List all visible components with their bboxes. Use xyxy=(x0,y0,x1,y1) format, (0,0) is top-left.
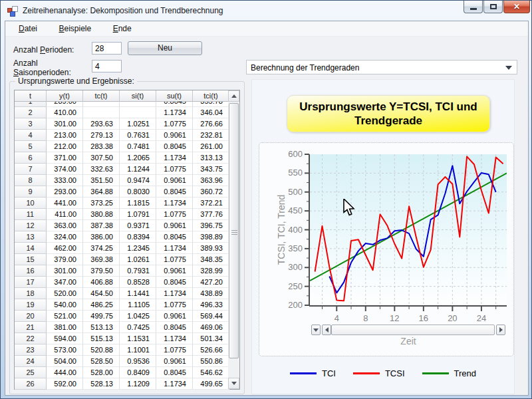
close-button[interactable]: ✕ xyxy=(503,1,530,13)
table-row[interactable]: 6371.00307.501.20651.1734313.13 xyxy=(15,152,229,164)
table-row[interactable]: 14462.00374.251.23451.1734389.93 xyxy=(15,243,229,254)
column-header[interactable]: su(t) xyxy=(156,90,193,102)
table-row[interactable]: 26592.00528.131.12091.1734499.65 xyxy=(15,378,229,390)
close-icon: ✕ xyxy=(513,2,520,11)
table-vertical-scrollbar[interactable] xyxy=(228,90,239,389)
table-row[interactable]: 15379.00369.381.02611.0775348.35 xyxy=(15,254,229,265)
table-row[interactable]: 1289.000.8045355.78 xyxy=(15,102,229,107)
column-header[interactable]: t xyxy=(15,90,47,102)
table-row[interactable]: 20521.00499.751.04250.9061569.44 xyxy=(15,311,229,322)
chart-panel-container: Ursprungswerte Y=TCSI, TCI und Trendgera… xyxy=(251,79,515,394)
neu-button[interactable]: Neu xyxy=(128,41,202,55)
row-header-cell: 23 xyxy=(15,344,47,356)
periods-input[interactable]: 28 xyxy=(92,42,122,55)
table-row[interactable]: 25444.00528.000.84090.8045546.62 xyxy=(15,367,229,378)
menu-bar: Datei Beispiele Ende xyxy=(5,21,528,37)
x-tick-label: 12 xyxy=(390,313,399,323)
row-header-cell: 3 xyxy=(15,118,47,130)
row-header-cell: 19 xyxy=(15,299,47,311)
row-header-cell: 5 xyxy=(15,141,47,152)
results-groupbox: Ursprungswerte und Ergebnisse: ty(t)tc(t… xyxy=(9,81,245,394)
table-cell: 261.00 xyxy=(193,141,229,152)
table-cell xyxy=(83,107,120,118)
table-cell: 347.00 xyxy=(47,277,83,288)
table-row[interactable]: 19540.00486.251.11051.0775496.33 xyxy=(15,299,229,311)
table-cell: 1.0775 xyxy=(156,344,193,356)
results-table[interactable]: ty(t)tc(t)si(t)su(t)tci(t) 1289.000.8045… xyxy=(14,90,240,390)
table-cell: 1.1734 xyxy=(156,152,193,164)
menu-item-beispiele[interactable]: Beispiele xyxy=(53,21,96,33)
legend-label: TCSI xyxy=(385,368,405,378)
table-row[interactable]: 8333.00351.500.94740.9061363.96 xyxy=(15,175,229,186)
column-header[interactable]: tc(t) xyxy=(83,90,120,102)
app-icon xyxy=(7,6,18,17)
trend-method-combobox[interactable]: Berechnung der Trendgeraden xyxy=(246,60,517,74)
table-cell: 0.8045 xyxy=(156,141,193,152)
column-header[interactable]: y(t) xyxy=(47,90,83,102)
table-row[interactable]: 13324.00386.000.83940.8045398.89 xyxy=(15,231,229,243)
table-row[interactable]: 7374.00332.631.12441.0775343.75 xyxy=(15,164,229,175)
table-row[interactable]: 11411.00380.881.07911.0775377.76 xyxy=(15,209,229,220)
title-bar[interactable]: Zeitreihenanalyse: Dekomposition und Tre… xyxy=(1,1,531,21)
table-cell: 363.96 xyxy=(193,175,229,186)
minimize-button[interactable] xyxy=(464,1,483,13)
table-cell: 1.1734 xyxy=(156,107,193,118)
column-header[interactable]: tci(t) xyxy=(193,90,229,102)
season-input[interactable]: 4 xyxy=(92,60,122,72)
table-row[interactable]: 16301.00379.500.79310.9061328.99 xyxy=(15,265,229,277)
table-cell: 1.0775 xyxy=(156,209,193,220)
scroll-up-button[interactable] xyxy=(228,90,239,102)
scroll-right-button[interactable] xyxy=(496,325,505,335)
table-row[interactable]: 4213.00279.130.76310.9061232.81 xyxy=(15,130,229,141)
table-cell: 1.0251 xyxy=(120,118,156,130)
table-row[interactable]: 23573.00520.881.10011.0775526.66 xyxy=(15,344,229,356)
table-row[interactable]: 24504.00528.500.95360.9061550.86 xyxy=(15,356,229,367)
zoom-reset-button[interactable] xyxy=(311,325,321,335)
table-cell: 1.1734 xyxy=(156,378,193,390)
table-cell: 1.1209 xyxy=(120,378,156,390)
maximize-icon xyxy=(490,4,497,9)
menu-item-ende[interactable]: Ende xyxy=(108,21,137,33)
table-cell: 0.8394 xyxy=(120,231,156,243)
row-header-cell: 16 xyxy=(15,265,47,277)
table-cell: 521.00 xyxy=(47,311,83,322)
row-header-cell: 18 xyxy=(15,288,47,299)
table-cell: 332.63 xyxy=(83,164,120,175)
table-cell: 360.72 xyxy=(193,186,229,198)
maximize-button[interactable] xyxy=(483,1,503,13)
row-header-cell: 8 xyxy=(15,175,47,186)
scrollbar-track[interactable] xyxy=(331,325,495,335)
scroll-left-button[interactable] xyxy=(322,325,331,335)
row-header-cell: 21 xyxy=(15,322,47,333)
table-cell: 0.9061 xyxy=(156,265,193,277)
row-header-cell: 10 xyxy=(15,198,47,209)
table-cell: 0.9371 xyxy=(120,220,156,231)
chart-title-banner: Ursprungswerte Y=TCSI, TCI und Trendgera… xyxy=(287,95,490,132)
chart-horizontal-scrollbar[interactable] xyxy=(311,325,505,335)
periods-label: Anzahl Perioden: xyxy=(13,45,74,55)
table-row[interactable]: 17347.00406.880.85280.8045427.20 xyxy=(15,277,229,288)
menu-item-datei[interactable]: Datei xyxy=(13,21,43,33)
scroll-down-button[interactable] xyxy=(228,378,239,389)
table-row[interactable]: 10441.00373.251.18151.1734372.21 xyxy=(15,198,229,209)
table-cell: 0.8409 xyxy=(120,367,156,378)
table-row[interactable]: 18520.00454.501.14411.1734438.89 xyxy=(15,288,229,299)
table-row[interactable]: 3301.00293.631.02511.0775276.66 xyxy=(15,118,229,130)
column-header[interactable]: si(t) xyxy=(120,90,156,102)
table-cell: 1.0425 xyxy=(120,311,156,322)
table-cell: 546.62 xyxy=(193,367,229,378)
table-row[interactable]: 9293.00364.880.80300.8045360.72 xyxy=(15,186,229,198)
table-row[interactable]: 2410.001.1734346.04 xyxy=(15,107,229,118)
table-cell: 386.00 xyxy=(83,231,120,243)
table-row[interactable]: 21381.00513.130.74250.8045469.06 xyxy=(15,322,229,333)
table-cell: 355.78 xyxy=(193,102,229,107)
arrow-down-icon xyxy=(231,382,237,385)
table-cell: 499.75 xyxy=(83,311,120,322)
table-cell: 333.00 xyxy=(47,175,83,186)
table-row[interactable]: 5212.00283.380.74810.8045261.00 xyxy=(15,141,229,152)
table-cell: 301.00 xyxy=(47,265,83,277)
table-row[interactable]: 22594.00515.131.15311.1734501.34 xyxy=(15,333,229,344)
table-row[interactable]: 12363.00387.380.93710.9061396.75 xyxy=(15,220,229,231)
scrollbar-thumb[interactable] xyxy=(229,103,239,358)
chart-legend: TCITCSITrend xyxy=(252,368,514,378)
